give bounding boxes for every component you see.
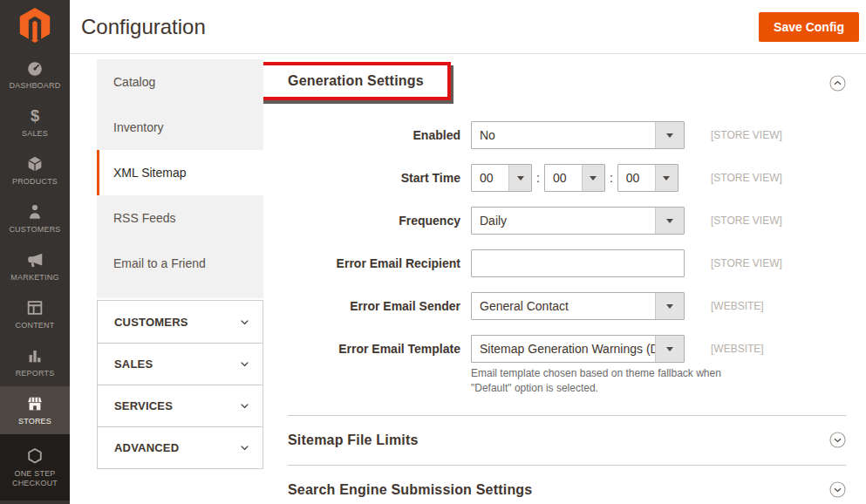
config-nav: Catalog Inventory XML Sitemap RSS Feeds … (97, 59, 263, 504)
menu-label: ONE STEP CHECKOUT (8, 469, 62, 489)
chevron-down-circle-icon (829, 481, 846, 498)
nav-group-label: SERVICES (114, 399, 173, 412)
box-icon (25, 154, 44, 174)
nav-group-label: SALES (114, 358, 153, 371)
scope-label: [STORE VIEW] (711, 164, 782, 192)
dashboard-icon (25, 58, 44, 78)
expand-sitemap-file-limits-button[interactable] (829, 432, 846, 448)
select-value: Sitemap Generation Warnings (De (472, 336, 655, 362)
section-title-search-engine-submission: Search Engine Submission Settings (288, 482, 532, 498)
start-time-second-select[interactable]: 00 (617, 164, 678, 192)
storefront-icon (25, 394, 44, 413)
select-value: General Contact (472, 293, 655, 319)
chevron-down-icon (239, 400, 250, 412)
collapse-generation-settings-button[interactable] (829, 75, 846, 92)
dropdown-arrow-icon (582, 165, 604, 191)
bar-chart-icon (25, 346, 44, 365)
config-content: Generation Settings Enabled No (263, 54, 866, 504)
nav-group-sales[interactable]: SALES (98, 343, 263, 385)
dropdown-arrow-icon (655, 293, 684, 319)
form-row-enabled: Enabled No [STORE VIEW] (288, 121, 846, 149)
scope-label: [STORE VIEW] (711, 207, 782, 235)
menu-item-one-step-checkout[interactable]: ONE STEP CHECKOUT (0, 434, 70, 501)
nav-item-email-to-a-friend[interactable]: Email to a Friend (97, 241, 263, 286)
time-separator: : (536, 164, 540, 192)
field-label-frequency: Frequency (288, 207, 460, 235)
menu-label: CUSTOMERS (9, 225, 60, 235)
nav-group-customers[interactable]: CUSTOMERS (98, 301, 263, 343)
magento-logo-icon (16, 6, 54, 44)
enabled-select[interactable]: No (471, 121, 685, 149)
form-row-error-email-template: Error Email Template Sitemap Generation … (288, 335, 846, 363)
menu-label: MARKETING (10, 273, 58, 283)
menu-item-marketing[interactable]: MARKETING (0, 242, 70, 290)
dropdown-arrow-icon (508, 165, 531, 191)
menu-item-reports[interactable]: REPORTS (0, 338, 70, 386)
nav-item-xml-sitemap[interactable]: XML Sitemap (97, 150, 266, 195)
scope-label: [WEBSITE] (711, 335, 764, 363)
config-nav-section-list: Catalog Inventory XML Sitemap RSS Feeds … (97, 59, 263, 298)
select-value: 00 (545, 165, 582, 191)
nav-item-inventory[interactable]: Inventory (97, 105, 263, 150)
form-row-frequency: Frequency Daily [STORE VIEW] (288, 207, 846, 235)
magento-admin-app: DASHBOARD $ SALES PRODUCTS CUSTOMERS MAR… (0, 0, 866, 504)
start-time-minute-select[interactable]: 00 (544, 164, 605, 192)
chevron-down-icon (239, 317, 250, 328)
section-title-sitemap-file-limits: Sitemap File Limits (288, 432, 419, 448)
menu-item-products[interactable]: PRODUCTS (0, 146, 70, 194)
chevron-down-circle-icon (829, 432, 846, 448)
chevron-down-icon (239, 442, 250, 453)
menu-label: SALES (22, 129, 48, 139)
generation-settings-form: Enabled No [STORE VIEW] Start Time (288, 121, 846, 397)
config-nav-groups: CUSTOMERS SALES SERVICES ADVANCED (97, 300, 263, 469)
menu-item-dashboard[interactable]: DASHBOARD (0, 51, 70, 99)
form-row-start-time: Start Time 00 : 00 : (288, 164, 846, 192)
scope-label: [WEBSITE] (711, 292, 764, 320)
menu-item-customers[interactable]: CUSTOMERS (0, 194, 70, 242)
section-sitemap-file-limits: Sitemap File Limits (288, 416, 846, 465)
page-title: Configuration (81, 15, 206, 39)
hexagon-icon (25, 446, 44, 466)
nav-group-services[interactable]: SERVICES (98, 385, 263, 426)
main-sidebar: DASHBOARD $ SALES PRODUCTS CUSTOMERS MAR… (0, 0, 70, 504)
section-search-engine-submission: Search Engine Submission Settings (288, 466, 846, 504)
menu-item-content[interactable]: CONTENT (0, 290, 70, 338)
frequency-select[interactable]: Daily (471, 207, 685, 235)
select-value: Daily (472, 208, 655, 234)
field-label-error-email-sender: Error Email Sender (288, 292, 460, 320)
form-row-error-email-recipient: Error Email Recipient [STORE VIEW] (288, 249, 846, 277)
menu-item-sales[interactable]: $ SALES (0, 99, 70, 146)
field-label-error-email-template: Error Email Template (288, 335, 460, 363)
chevron-down-icon (239, 358, 250, 370)
error-email-template-select[interactable]: Sitemap Generation Warnings (De (471, 335, 685, 363)
nav-item-rss-feeds[interactable]: RSS Feeds (97, 195, 263, 241)
expand-search-engine-submission-button[interactable] (829, 481, 846, 498)
nav-group-label: ADVANCED (114, 441, 179, 454)
section-title-generation-settings: Generation Settings (288, 72, 424, 90)
field-label-start-time: Start Time (288, 164, 460, 192)
error-email-recipient-input[interactable] (471, 249, 685, 277)
page-header: Configuration Save Config (70, 0, 866, 54)
menu-label: PRODUCTS (12, 177, 58, 187)
scope-label: [STORE VIEW] (711, 249, 782, 277)
magento-logo[interactable] (0, 0, 70, 51)
menu-label: DASHBOARD (10, 81, 61, 91)
menu-item-stores[interactable]: STORES (0, 386, 70, 434)
field-label-error-email-recipient: Error Email Recipient (288, 249, 460, 277)
form-row-error-email-sender: Error Email Sender General Contact [WEBS… (288, 292, 846, 320)
scope-label: [STORE VIEW] (711, 121, 782, 149)
dropdown-arrow-icon (655, 165, 678, 191)
field-note-error-email-template: Email template chosen based on theme fal… (471, 366, 733, 397)
time-separator: : (610, 164, 613, 192)
layout-icon (25, 298, 44, 317)
annotation-highlight-box: Generation Settings (263, 62, 451, 100)
nav-item-catalog[interactable]: Catalog (97, 59, 263, 105)
svg-text:$: $ (31, 106, 39, 125)
save-config-button[interactable]: Save Config (759, 12, 859, 42)
nav-group-advanced[interactable]: ADVANCED (98, 426, 263, 468)
error-email-sender-select[interactable]: General Contact (471, 292, 685, 320)
dropdown-arrow-icon (655, 208, 684, 234)
person-icon (25, 202, 44, 221)
start-time-hour-select[interactable]: 00 (471, 164, 532, 192)
chevron-up-circle-icon (829, 75, 846, 92)
